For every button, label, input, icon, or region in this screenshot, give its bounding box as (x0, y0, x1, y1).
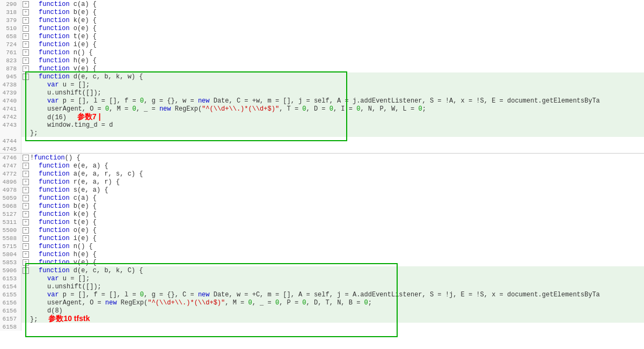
code-line-bot-16: 6154u.unshift([]); (0, 282, 644, 290)
code-text: function o(e) { (30, 25, 644, 32)
fold-button[interactable]: + (21, 243, 30, 249)
code-text: function c(a) { (30, 1, 644, 8)
line-number: 4747 (0, 162, 21, 170)
code-text: u.unshift([]); (30, 89, 644, 97)
fold-button[interactable]: + (21, 203, 30, 209)
code-line-bot-20: 6157};参数10 tfstk (0, 315, 644, 323)
code-line-bot-14: 5906-function d(e, c, b, k, C) { (0, 266, 644, 274)
line-number: 4738 (0, 81, 21, 89)
fold-button[interactable]: + (21, 259, 30, 265)
code-line-top-15: 4743window.ting_d = d (0, 121, 644, 129)
fold-button[interactable]: + (21, 25, 30, 31)
code-line-top-10: 4738var u = []; (0, 81, 644, 89)
fold-button[interactable]: + (21, 1, 30, 7)
code-text: function a(e, a, r, s, c) { (30, 170, 644, 178)
code-line-top-3: 510+function o(e) { (0, 24, 644, 32)
code-text: u.unshift([]); (30, 283, 644, 290)
code-line-bot-7: 5127+function k(e) { (0, 210, 644, 218)
line-number: 5588 (0, 234, 21, 242)
line-number: 5127 (0, 210, 21, 218)
code-line-bot-11: 5715+function n() { (0, 242, 644, 250)
line-number: 6154 (0, 282, 21, 290)
line-number: 4745 (0, 145, 21, 153)
fold-button[interactable]: + (21, 163, 30, 169)
code-text: function s(e, a) { (30, 186, 644, 194)
fold-button[interactable]: + (21, 227, 30, 233)
code-text: function i(e) { (30, 235, 644, 242)
code-line-top-17: 4744 (0, 137, 644, 145)
code-text: };参数10 tfstk (30, 314, 644, 324)
fold-button[interactable]: + (21, 179, 30, 185)
code-line-top-7: 823+function h(e) { (0, 56, 644, 64)
fold-button[interactable]: + (21, 211, 30, 217)
fold-button[interactable]: + (21, 17, 30, 23)
line-number: 724 (0, 40, 21, 48)
code-line-bot-9: 5500+function o(e) { (0, 226, 644, 234)
code-line-bot-12: 5804+function h(e) { (0, 250, 644, 258)
code-text: function h(e) { (30, 251, 644, 258)
line-number: 761 (0, 48, 21, 56)
code-text: function h(e) { (30, 57, 644, 64)
code-text: d(16)参数7 | (30, 112, 644, 122)
code-text: var p = [], l = [], f = 0, g = {}, w = n… (30, 97, 644, 105)
line-number: 4744 (0, 137, 21, 145)
line-number: 6157 (0, 315, 21, 323)
fold-button[interactable]: + (21, 9, 30, 15)
fold-button[interactable]: + (21, 195, 30, 201)
line-number: 5804 (0, 250, 21, 258)
code-text: function v(e) { (30, 259, 644, 266)
fold-button[interactable]: + (21, 41, 30, 47)
fold-button[interactable]: - (21, 155, 30, 161)
code-line-top-18: 4745 (0, 145, 644, 153)
fold-button[interactable]: + (21, 171, 30, 177)
annotation-label: 参数10 tfstk (48, 314, 90, 323)
code-text: function n() { (30, 49, 644, 56)
line-number: 5059 (0, 194, 21, 202)
fold-button[interactable]: + (21, 251, 30, 257)
line-number: 5500 (0, 226, 21, 234)
line-number: 4743 (0, 121, 21, 129)
code-text: function v(e) { (30, 65, 644, 72)
code-line-bot-0: 4746-!function() { (0, 154, 644, 162)
code-text: function d(e, c, b, k, C) { (30, 267, 644, 274)
annotation-label: 参数7 | (77, 112, 101, 121)
line-number: 878 (0, 64, 21, 72)
code-line-top-5: 724+function i(e) { (0, 40, 644, 48)
fold-button[interactable]: + (21, 57, 30, 63)
code-text: function o(e) { (30, 227, 644, 234)
line-number: 379 (0, 16, 21, 24)
code-line-bot-2: 4772+function a(e, a, r, s, c) { (0, 170, 644, 178)
code-text: d(8) (30, 307, 644, 315)
code-line-bot-6: 5068+function b(e) { (0, 202, 644, 210)
code-text: function e(e, a) { (30, 162, 644, 170)
code-line-top-2: 379+function k(e) { (0, 16, 644, 24)
line-number: 4739 (0, 89, 21, 97)
fold-button[interactable]: + (21, 219, 30, 225)
line-number: 4740 (0, 97, 21, 105)
code-line-bot-15: 6153var u = []; (0, 274, 644, 282)
code-text: function b(e) { (30, 9, 644, 16)
fold-button[interactable]: - (21, 74, 30, 79)
code-line-top-11: 4739u.unshift([]); (0, 89, 644, 97)
code-line-top-12: 4740var p = [], l = [], f = 0, g = {}, w… (0, 97, 644, 105)
fold-button[interactable]: + (21, 235, 30, 241)
code-text: function d(e, c, b, k, w) { (30, 73, 644, 81)
fold-button[interactable]: - (21, 267, 30, 273)
code-text: function r(e, a, r) { (30, 178, 644, 186)
fold-button[interactable]: + (21, 49, 30, 55)
line-number: 510 (0, 24, 21, 32)
line-number: 5715 (0, 242, 21, 250)
code-line-top-8: 878+function v(e) { (0, 64, 644, 72)
code-text: var u = []; (30, 275, 644, 282)
line-number: 6155 (0, 290, 21, 299)
line-number: 318 (0, 8, 21, 16)
line-number: 823 (0, 56, 21, 64)
code-text: !function() { (30, 154, 644, 162)
line-number (0, 129, 21, 137)
line-number: 5311 (0, 218, 21, 226)
code-text: }; (30, 129, 644, 137)
fold-button[interactable]: + (21, 33, 30, 39)
code-line-bot-5: 5059+function c(a) { (0, 194, 644, 202)
fold-button[interactable]: + (21, 66, 30, 71)
fold-button[interactable]: + (21, 187, 30, 193)
